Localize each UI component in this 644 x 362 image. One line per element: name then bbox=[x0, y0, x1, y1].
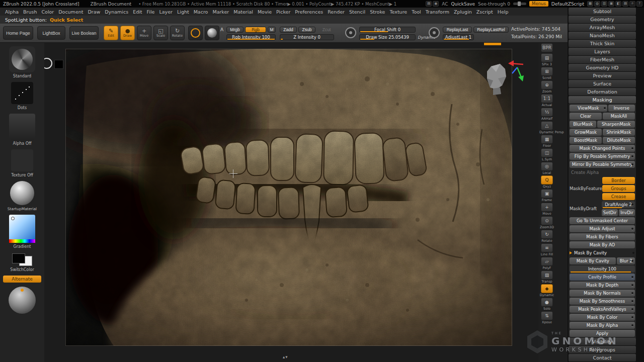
rotate-mode-button[interactable]: ↻ Rotate bbox=[170, 26, 185, 40]
shelf-icon[interactable]: ◫ bbox=[541, 148, 553, 157]
menu-item[interactable]: Stencil bbox=[349, 9, 365, 15]
mask-by-ao-button[interactable]: Mask By AO bbox=[570, 241, 635, 248]
draft-angle-slider[interactable]: DraftAngle 2 bbox=[602, 201, 635, 208]
palette-section-header[interactable]: NanoMesh bbox=[569, 32, 636, 39]
titlebar-icon[interactable]: ▦ bbox=[587, 1, 593, 7]
draw-mode-button[interactable]: ● Draw bbox=[120, 26, 135, 40]
mask-by-fibers-button[interactable]: Mask By Fibers bbox=[570, 233, 635, 240]
apply-button[interactable]: Apply bbox=[570, 330, 635, 337]
shelf-icon[interactable]: △ bbox=[541, 121, 553, 130]
shelf-item[interactable]: ⇅ Xpose bbox=[539, 311, 554, 324]
palette-section-header[interactable]: Layers bbox=[569, 48, 636, 55]
mask-by-smoothness-button[interactable]: Mask By Smoothness bbox=[570, 298, 635, 305]
alternate-button[interactable]: Alternate bbox=[3, 276, 41, 283]
lightbox-button[interactable]: LightBox bbox=[37, 26, 65, 40]
menu-item[interactable]: Stroke bbox=[370, 9, 385, 15]
a-button[interactable]: A bbox=[220, 27, 223, 32]
shelf-item[interactable]: ↻ Rotate bbox=[539, 230, 554, 243]
feature-groups-button[interactable]: Groups bbox=[602, 185, 635, 192]
skull-model[interactable] bbox=[65, 49, 512, 346]
shelf-item[interactable]: ◫ L.Sym bbox=[539, 148, 554, 161]
shelf-icon[interactable]: ≡ bbox=[541, 243, 553, 252]
shelf-icon[interactable]: ↻ bbox=[541, 230, 553, 239]
shelf-icon[interactable]: ⇅ bbox=[541, 311, 553, 320]
palette-section-header[interactable]: FiberMesh bbox=[569, 56, 636, 63]
material-sphere-icon[interactable] bbox=[205, 26, 219, 40]
menu-item[interactable]: File bbox=[147, 9, 155, 15]
edit-mode-button[interactable]: ✎ Edit bbox=[104, 26, 118, 40]
mask-by-alpha-button[interactable]: Mask By Alpha bbox=[570, 322, 635, 329]
primary-color-swatch[interactable] bbox=[12, 253, 25, 263]
shelf-icon[interactable]: ◆ bbox=[541, 284, 553, 293]
shelf-icon[interactable]: Q bbox=[541, 175, 553, 185]
cavity-blur-slider[interactable]: Blur 2 bbox=[617, 257, 635, 264]
menu-item[interactable]: Dynamics bbox=[105, 9, 128, 15]
palette-section-header[interactable]: Polygroups bbox=[569, 346, 636, 353]
shelf-icon[interactable]: BPR bbox=[541, 43, 553, 52]
menu-item[interactable]: Tool bbox=[412, 9, 421, 15]
draw-size-slider[interactable]: Draw Size 25.05439 bbox=[359, 34, 416, 40]
current-brush-thumbnail[interactable] bbox=[9, 46, 35, 72]
shelf-item[interactable]: ◎ Local bbox=[539, 162, 554, 175]
palette-section-header[interactable]: Geometry bbox=[569, 16, 636, 23]
shelf-item[interactable]: ⊕ Zoom bbox=[539, 80, 554, 94]
feature-crease-button[interactable]: Crease bbox=[602, 193, 635, 200]
menu-item[interactable]: Movie bbox=[258, 9, 272, 15]
menu-item[interactable]: Help bbox=[498, 9, 509, 15]
palette-section-header[interactable]: ArrayMesh bbox=[569, 24, 636, 31]
maskall-button[interactable]: MaskAll bbox=[603, 113, 635, 120]
shelf-item[interactable]: ½ AAHalf bbox=[539, 108, 554, 121]
current-stroke-thumbnail[interactable] bbox=[11, 82, 33, 104]
replay-last-button[interactable]: ReplayLast bbox=[443, 27, 472, 33]
shelf-icon[interactable]: ● bbox=[541, 298, 553, 307]
menu-item[interactable]: Marker bbox=[212, 9, 229, 15]
mask-by-color-button[interactable]: Mask By Color bbox=[570, 314, 635, 321]
boostmask-button[interactable]: BoostMask bbox=[570, 137, 602, 144]
shelf-icon[interactable]: ▣ bbox=[541, 189, 553, 198]
adjust-last-slider[interactable]: AdjustLast 1 bbox=[443, 34, 474, 40]
menu-item[interactable]: Light bbox=[177, 9, 189, 15]
shelf-item[interactable]: BPR bbox=[539, 43, 554, 53]
menu-item[interactable]: Draw bbox=[88, 9, 100, 15]
z-intensity-slider[interactable]: Z Intensity 0 bbox=[280, 34, 334, 40]
shelf-icon[interactable]: ◎ bbox=[541, 162, 553, 171]
dilutemask-button[interactable]: DiluteMask bbox=[603, 137, 635, 144]
titlebar-icon[interactable]: ◉ bbox=[433, 1, 439, 7]
brush-circle-icon[interactable] bbox=[188, 26, 203, 40]
color-picker-thumbnail[interactable] bbox=[9, 215, 35, 243]
sharpenmask-button[interactable]: SharpenMask bbox=[597, 121, 635, 128]
go-to-unmasked-center-button[interactable]: Go To Unmasked Center bbox=[570, 217, 635, 224]
shelf-item[interactable]: ▦ Floor bbox=[539, 135, 554, 148]
menu-item[interactable]: Document bbox=[58, 9, 83, 15]
live-boolean-button[interactable]: Live Boolean bbox=[69, 26, 99, 40]
titlebar-icon[interactable]: ▣ bbox=[608, 1, 614, 7]
palette-section-masking[interactable]: Masking bbox=[569, 96, 636, 104]
menu-item[interactable]: Picker bbox=[276, 9, 290, 15]
growmask-button[interactable]: GrowMask bbox=[570, 129, 602, 136]
replay-curve-icon[interactable] bbox=[429, 27, 440, 38]
shelf-icon[interactable]: ▱ bbox=[541, 257, 553, 266]
titlebar-icon[interactable]: ▥ bbox=[601, 1, 607, 7]
canvas-scroll-arrows[interactable]: ▲▼ bbox=[283, 355, 288, 358]
invdir-button[interactable]: InvDir bbox=[619, 209, 635, 216]
menu-item[interactable]: Material bbox=[233, 9, 253, 15]
clear-mask-button[interactable]: Clear bbox=[570, 113, 602, 120]
menu-item[interactable]: Texture bbox=[389, 9, 407, 15]
shelf-item[interactable]: ▱ PolyF bbox=[539, 257, 554, 270]
scale-mode-button[interactable]: ◱ Scale bbox=[153, 26, 168, 40]
shelf-icon[interactable]: ▤ bbox=[541, 53, 553, 62]
mask-by-cavity-subheader[interactable]: Mask By Cavity bbox=[570, 249, 635, 256]
shelf-icon[interactable]: ½ bbox=[541, 108, 553, 117]
shelf-icon[interactable]: 1:1 bbox=[541, 94, 553, 103]
menu-item[interactable]: Zscript bbox=[476, 9, 493, 15]
rgb-intensity-slider[interactable]: Rgb Intensity 100 bbox=[226, 34, 276, 40]
palette-section-header[interactable]: Contact bbox=[569, 354, 636, 361]
menu-item[interactable]: Edit bbox=[133, 9, 142, 15]
menu-item[interactable]: Color bbox=[41, 9, 54, 15]
menu-item[interactable]: Layer bbox=[159, 9, 173, 15]
flip-posable-symmetry-button[interactable]: Flip By Posable Symmetry bbox=[570, 153, 635, 160]
stroke-curve-icon[interactable] bbox=[345, 27, 356, 38]
shelf-item[interactable]: ◆ Dynamic bbox=[539, 284, 554, 297]
mirror-posable-symmetry-button[interactable]: Mirror By Posable Symmetry bbox=[570, 161, 635, 168]
shelf-item[interactable]: ▤ SPix 3 bbox=[539, 53, 554, 66]
